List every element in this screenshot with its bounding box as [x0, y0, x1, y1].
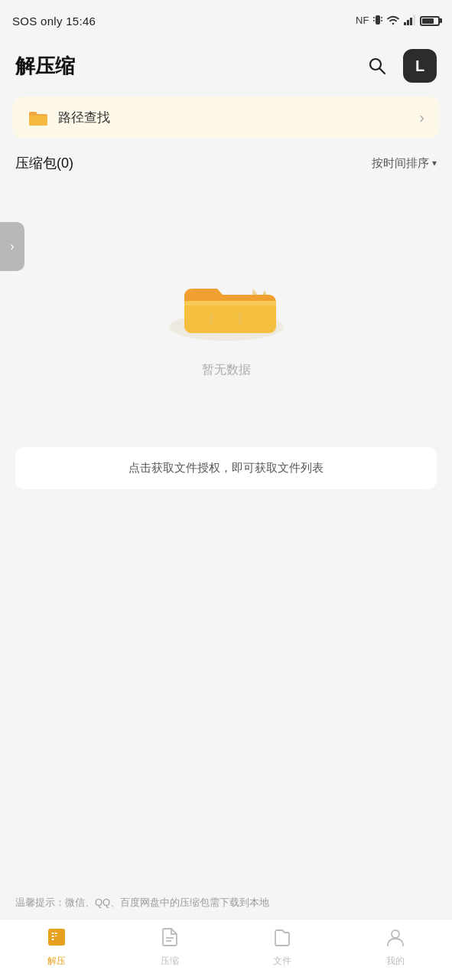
vibrate-icon: [373, 14, 382, 28]
path-finder-row[interactable]: 路径查找 ›: [12, 96, 440, 139]
side-tab-icon: ›: [10, 240, 14, 253]
nav-item-files[interactable]: 文件: [226, 927, 340, 972]
avatar-button[interactable]: L: [403, 49, 437, 83]
nav-label-unzip: 解压: [47, 955, 66, 968]
header-actions: L: [360, 49, 437, 83]
svg-text:NFC: NFC: [356, 15, 369, 26]
nav-label-compress: 压缩: [161, 955, 179, 968]
nav-label-files: 文件: [273, 955, 291, 968]
empty-folder-illustration: [150, 227, 303, 350]
page-title: 解压缩: [15, 53, 75, 80]
status-icons: NFC: [356, 14, 440, 28]
permission-hint-button[interactable]: 点击获取文件授权，即可获取文件列表: [15, 447, 437, 489]
mine-icon: [385, 927, 405, 952]
avatar-letter: L: [415, 57, 424, 75]
svg-rect-3: [381, 17, 382, 18]
svg-point-18: [392, 930, 399, 938]
section-header: 压缩包(0) 按时间排序 ▾: [0, 151, 452, 181]
empty-text: 暂无数据: [202, 362, 251, 378]
svg-rect-6: [404, 22, 406, 25]
svg-rect-7: [407, 20, 409, 25]
files-icon: [272, 927, 292, 952]
permission-hint-text: 点击获取文件授权，即可获取文件列表: [128, 461, 324, 474]
signal-icon: [404, 15, 416, 28]
folder-icon: [28, 109, 49, 126]
side-tab[interactable]: ›: [0, 222, 24, 271]
path-label: 路径查找: [58, 109, 110, 126]
status-time: SOS only 15:46: [12, 15, 96, 28]
nav-item-compress[interactable]: 压缩: [113, 927, 226, 972]
chevron-right-icon: ›: [419, 109, 424, 126]
unzip-icon: [47, 927, 67, 952]
path-left: 路径查找: [28, 109, 110, 126]
empty-state: 暂无数据: [0, 181, 452, 401]
wifi-icon: [386, 15, 400, 28]
sort-label: 按时间排序: [372, 156, 429, 171]
sort-button[interactable]: 按时间排序 ▾: [372, 156, 437, 171]
section-title: 压缩包(0): [15, 154, 73, 172]
svg-rect-9: [413, 15, 415, 25]
dropdown-icon: ▾: [432, 158, 437, 168]
svg-rect-2: [373, 17, 375, 18]
nav-item-unzip[interactable]: 解压: [0, 927, 113, 972]
svg-rect-1: [376, 15, 380, 24]
nav-item-mine[interactable]: 我的: [339, 927, 452, 972]
compress-icon: [160, 927, 180, 952]
search-button[interactable]: [360, 49, 394, 83]
svg-rect-5: [381, 20, 382, 21]
svg-rect-13: [48, 929, 65, 946]
app-header: 解压缩 L: [0, 41, 452, 90]
nav-label-mine: 我的: [386, 955, 405, 968]
bottom-nav: 解压 压缩 文件 我的: [0, 919, 452, 980]
status-bar: SOS only 15:46 NFC: [0, 0, 452, 41]
svg-line-11: [380, 69, 385, 74]
tips-row: 温馨提示：微信、QQ、百度网盘中的压缩包需下载到本地: [0, 886, 452, 920]
svg-rect-4: [373, 20, 375, 21]
nfc-icon: NFC: [356, 14, 369, 28]
svg-rect-8: [410, 18, 412, 25]
battery-icon: [420, 16, 440, 26]
tips-text: 温馨提示：微信、QQ、百度网盘中的压缩包需下载到本地: [15, 897, 269, 908]
